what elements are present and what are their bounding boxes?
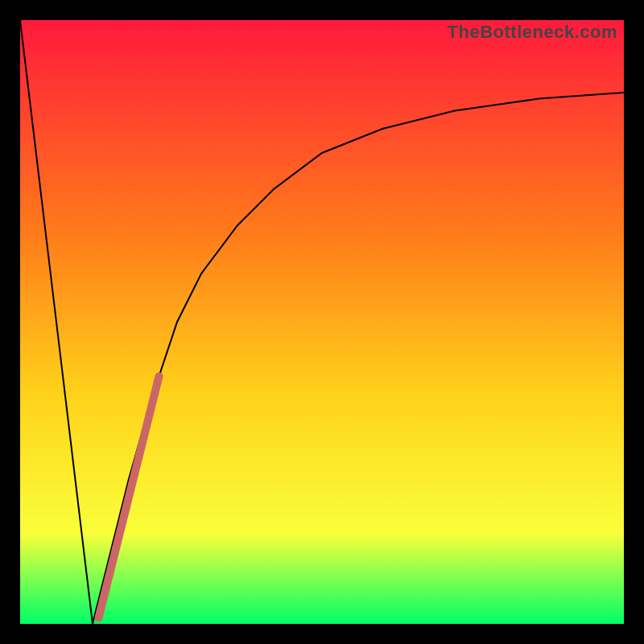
gradient-background [20, 20, 624, 624]
plot-area: TheBottleneck.com [20, 20, 624, 624]
watermark-text: TheBottleneck.com [448, 22, 617, 43]
chart-frame: TheBottleneck.com [0, 0, 644, 644]
chart-svg [20, 20, 624, 624]
